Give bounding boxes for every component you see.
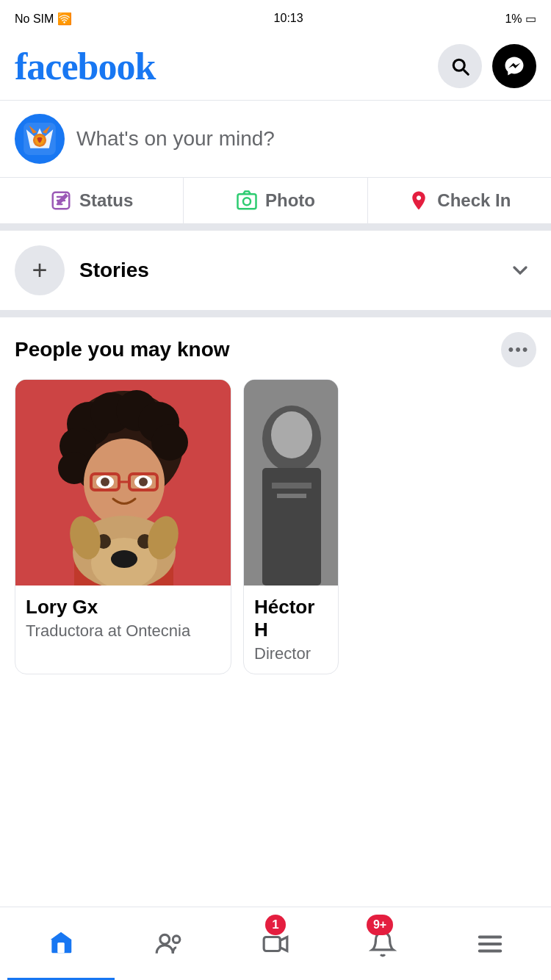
people-cards: Lory Gx Traductora at Ontecnia Héctor H … (0, 379, 551, 689)
person-name-1: Lory Gx (26, 596, 220, 619)
svg-point-22 (101, 478, 109, 486)
photo-label: Photo (265, 190, 315, 211)
stories-bar: + Stories (0, 231, 551, 310)
svg-rect-37 (277, 494, 306, 498)
battery-icon: ▭ (525, 12, 536, 25)
svg-point-39 (160, 934, 170, 944)
person-info-2: Héctor H Director (244, 586, 338, 674)
video-badge: 1 (265, 915, 286, 935)
section-divider-2 (0, 310, 551, 317)
svg-point-23 (139, 478, 148, 486)
section-divider-1 (0, 223, 551, 231)
header: facebook (0, 37, 551, 100)
messenger-icon (503, 55, 525, 77)
battery-percent: 1% (505, 12, 522, 25)
avatar-image (17, 114, 62, 164)
post-box[interactable]: What's on your mind? (0, 101, 551, 177)
home-icon (46, 928, 76, 957)
svg-point-35 (271, 411, 312, 458)
header-actions (438, 44, 536, 88)
person-image-2 (244, 380, 339, 586)
person-photo-1 (15, 380, 231, 586)
messenger-button[interactable] (492, 44, 536, 88)
status-right: 1% ▭ (505, 12, 536, 26)
svg-point-13 (151, 424, 188, 461)
status-bar: No SIM 🛜 10:13 1% ▭ (0, 0, 551, 37)
more-options-button[interactable]: ••• (501, 332, 536, 367)
status-icon (50, 190, 72, 212)
checkin-label: Check In (437, 190, 511, 211)
action-bar: Status Photo Check In (0, 177, 551, 223)
friends-icon (154, 929, 183, 959)
person-sub-1: Traductora at Ontecnia (26, 621, 220, 641)
nav-home[interactable] (7, 907, 115, 980)
svg-rect-5 (238, 194, 256, 209)
svg-rect-41 (264, 937, 280, 951)
people-section-header: People you may know ••• (0, 317, 551, 379)
menu-icon (475, 929, 505, 959)
nav-menu[interactable] (436, 907, 544, 980)
nav-friends[interactable] (115, 907, 222, 980)
chevron-down-icon (508, 259, 532, 282)
nav-video[interactable]: 1 (222, 907, 329, 980)
person-sub-2: Director (254, 644, 328, 663)
svg-rect-38 (57, 943, 65, 953)
photo-icon (236, 190, 258, 212)
svg-point-6 (243, 198, 251, 205)
person-card-2: Héctor H Director (243, 379, 339, 674)
bottom-nav: 1 9+ (0, 907, 551, 980)
stories-label: Stories (79, 259, 489, 282)
stories-chevron-button[interactable] (504, 254, 536, 287)
person-image-1 (15, 380, 231, 586)
nav-notifications[interactable]: 9+ (329, 907, 436, 980)
facebook-logo: facebook (15, 45, 155, 88)
status-time: 10:13 (274, 12, 303, 25)
svg-rect-36 (272, 483, 311, 489)
notifications-badge: 9+ (367, 915, 393, 935)
person-name-2: Héctor H (254, 596, 328, 641)
svg-point-40 (173, 935, 180, 943)
people-section-title: People you may know (15, 338, 230, 361)
search-button[interactable] (438, 44, 482, 88)
status-action[interactable]: Status (0, 178, 183, 223)
person-info-1: Lory Gx Traductora at Ontecnia (15, 586, 231, 651)
person-card-1: Lory Gx Traductora at Ontecnia (15, 379, 231, 674)
person-photo-2 (244, 380, 339, 586)
add-story-button[interactable]: + (15, 245, 65, 295)
search-icon (449, 55, 471, 77)
svg-point-27 (111, 550, 137, 568)
status-label: Status (79, 190, 133, 211)
photo-action[interactable]: Photo (183, 178, 367, 223)
checkin-icon (408, 190, 430, 212)
post-placeholder[interactable]: What's on your mind? (76, 127, 536, 151)
status-left: No SIM 🛜 (15, 12, 72, 26)
checkin-action[interactable]: Check In (367, 178, 551, 223)
user-avatar (15, 114, 65, 164)
